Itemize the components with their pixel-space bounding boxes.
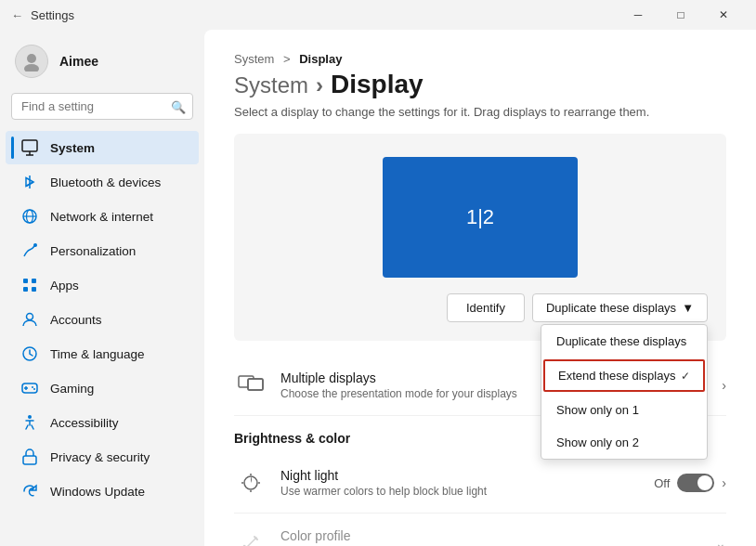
dropdown-item-only1[interactable]: Show only on 1 (541, 394, 707, 426)
personalization-icon (20, 241, 39, 260)
breadcrumb-parent: System (234, 52, 274, 66)
chevron-down-icon: ▼ (682, 301, 694, 315)
sidebar-item-update[interactable]: Windows Update (6, 474, 199, 508)
sidebar-item-gaming[interactable]: Gaming (6, 371, 199, 405)
app-body: Aimee 🔍 System (0, 30, 756, 546)
accounts-icon (20, 310, 39, 329)
search-box: 🔍 (11, 93, 193, 120)
sidebar-item-network[interactable]: Network & internet (6, 200, 199, 233)
sidebar-label-privacy: Privacy & security (50, 450, 150, 464)
app-title: Settings (31, 8, 74, 22)
dropdown-item-label: Extend these displays (558, 369, 675, 383)
sidebar-item-personalization[interactable]: Personalization (6, 234, 199, 267)
bluetooth-icon (20, 173, 39, 191)
svg-rect-21 (23, 456, 36, 464)
search-input[interactable] (11, 93, 193, 120)
avatar (15, 45, 48, 78)
privacy-icon (20, 448, 39, 466)
svg-point-1 (24, 64, 39, 72)
display-dropdown-button[interactable]: Duplicate these displays ▼ (532, 293, 708, 322)
dropdown-item-only2[interactable]: Show only on 2 (541, 426, 707, 459)
display-controls: Identify Duplicate these displays ▼ Dupl… (447, 293, 708, 322)
chevron-right-icon: › (722, 378, 726, 393)
system-icon (20, 138, 39, 157)
sidebar-label-bluetooth: Bluetooth & devices (50, 176, 161, 189)
breadcrumb-current: Display (299, 52, 342, 66)
svg-line-30 (245, 538, 256, 546)
sidebar-label-personalization: Personalization (50, 244, 136, 258)
dropdown-item-duplicate[interactable]: Duplicate these displays (541, 325, 707, 358)
svg-point-8 (33, 243, 37, 247)
dropdown-wrapper: Duplicate these displays ▼ Duplicate the… (532, 293, 708, 322)
main-content: System > Display System›Display Select a… (204, 30, 756, 546)
dropdown-item-label: Show only on 1 (556, 403, 639, 417)
sidebar-label-network: Network & internet (50, 210, 153, 224)
sidebar: Aimee 🔍 System (0, 30, 204, 546)
multiple-displays-action: › (722, 378, 726, 393)
night-light-label: Night light (280, 468, 654, 483)
sidebar-label-apps: Apps (50, 279, 79, 292)
monitor-label: 1|2 (466, 205, 494, 229)
sidebar-item-bluetooth[interactable]: Bluetooth & devices (6, 165, 199, 199)
sidebar-item-system[interactable]: System (6, 131, 199, 164)
chevron-right-icon: › (722, 475, 726, 490)
sidebar-item-accounts[interactable]: Accounts (6, 303, 199, 336)
night-light-action: Off › (654, 474, 726, 492)
color-profile-icon (234, 526, 267, 546)
title-bar-controls: ─ □ ✕ (617, 0, 745, 30)
chevron-down-icon: ⌄ (715, 536, 726, 546)
dropdown-item-extend[interactable]: Extend these displays ✓ (543, 359, 705, 392)
sidebar-label-time: Time & language (50, 347, 145, 361)
identify-button[interactable]: Identify (447, 293, 525, 322)
back-arrow[interactable]: ← (11, 8, 23, 22)
breadcrumb: System > Display (234, 52, 726, 66)
maximize-button[interactable]: □ (659, 0, 702, 30)
svg-rect-9 (23, 279, 28, 283)
svg-point-13 (27, 314, 33, 320)
close-button[interactable]: ✕ (702, 0, 745, 30)
display-monitors: 1|2 (253, 152, 708, 282)
sidebar-item-apps[interactable]: Apps (6, 268, 199, 302)
sidebar-label-update: Windows Update (50, 485, 145, 499)
gaming-icon (20, 379, 39, 397)
network-icon (20, 207, 39, 226)
dropdown-item-label: Show only on 2 (556, 436, 639, 449)
night-light-icon (234, 466, 267, 500)
time-icon (20, 344, 39, 363)
dropdown-menu: Duplicate these displays Extend these di… (541, 324, 708, 460)
svg-rect-12 (32, 287, 36, 292)
svg-point-20 (28, 415, 32, 419)
svg-rect-11 (23, 287, 28, 292)
sidebar-item-privacy[interactable]: Privacy & security (6, 440, 199, 474)
svg-rect-23 (248, 379, 263, 390)
breadcrumb-separator: > (283, 52, 291, 66)
svg-point-0 (27, 54, 36, 63)
sidebar-item-accessibility[interactable]: Accessibility (6, 406, 199, 439)
sidebar-label-system: System (50, 141, 95, 155)
display-preview-area: 1|2 Identify Duplicate these displays ▼ … (234, 134, 726, 341)
accessibility-icon (20, 413, 39, 432)
color-profile-row[interactable]: Color profile Adjust the way colors appe… (234, 514, 726, 546)
update-icon (20, 482, 39, 500)
night-light-desc: Use warmer colors to help block blue lig… (280, 485, 654, 498)
dropdown-item-label: Duplicate these displays (556, 334, 686, 348)
svg-rect-10 (32, 279, 36, 283)
page-subtitle: Select a display to change the settings … (234, 105, 726, 119)
page-title: System›Display (234, 70, 726, 99)
sidebar-label-accounts: Accounts (50, 313, 102, 327)
apps-icon (20, 276, 39, 294)
night-light-toggle[interactable] (677, 474, 714, 492)
user-name: Aimee (59, 54, 98, 69)
title-bar: ← Settings ─ □ ✕ (0, 0, 756, 30)
color-profile-label: Color profile (280, 528, 715, 543)
search-icon: 🔍 (171, 99, 186, 113)
minimize-button[interactable]: ─ (617, 0, 659, 30)
svg-rect-2 (22, 140, 37, 151)
user-profile: Aimee (0, 37, 204, 93)
night-light-row[interactable]: Night light Use warmer colors to help bl… (234, 453, 726, 514)
monitor-display[interactable]: 1|2 (383, 157, 578, 278)
sidebar-item-time[interactable]: Time & language (6, 337, 199, 370)
sidebar-label-gaming: Gaming (50, 382, 94, 396)
color-profile-text: Color profile Adjust the way colors appe… (280, 528, 715, 546)
night-light-status: Off (654, 476, 670, 490)
